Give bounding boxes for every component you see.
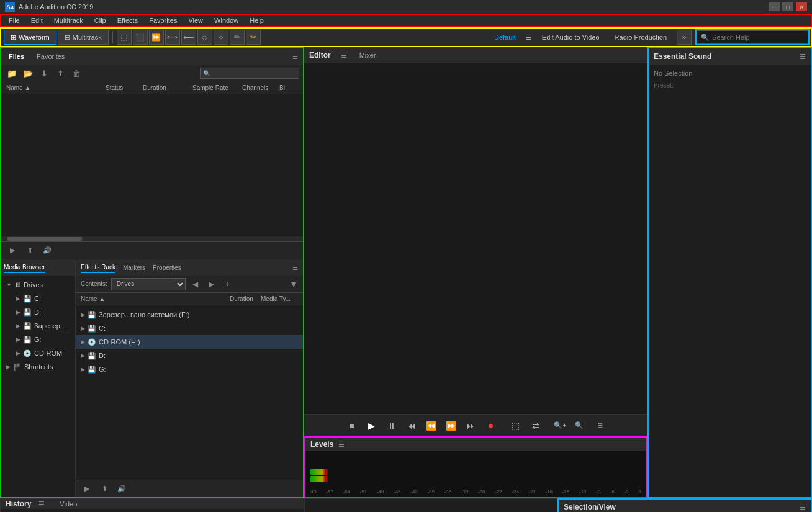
- toolbar-btn-2[interactable]: ⬛: [133, 30, 148, 45]
- transport-loop-button[interactable]: ⬚: [508, 418, 523, 433]
- toolbar-btn-4[interactable]: ⟺: [165, 30, 180, 45]
- properties-tab[interactable]: Properties: [153, 263, 181, 272]
- media-browser-panel: Media Browser ▼ 🖥 Drives ▶ 💾 C:: [1, 259, 303, 497]
- tree-zarez[interactable]: ▶ 💾 Зарезер...: [1, 319, 75, 333]
- files-play-button[interactable]: ▶: [6, 245, 19, 257]
- waveform-button[interactable]: ⊞ Waveform: [4, 30, 56, 45]
- mixer-tab[interactable]: Mixer: [357, 50, 379, 60]
- transport-zoom-out-button[interactable]: 🔍-: [573, 418, 588, 433]
- menu-file[interactable]: File: [4, 16, 25, 25]
- main-layout: Files Favorites ☰ 📁 📂 ⬇ ⬆ 🗑 Name ▲ Statu…: [0, 47, 812, 498]
- no-selection-text: No Selection: [654, 70, 806, 77]
- media-play-button[interactable]: ▶: [81, 483, 93, 495]
- toolbar-btn-1[interactable]: ⬚: [117, 30, 132, 45]
- files-speaker-button[interactable]: 🔊: [41, 245, 53, 257]
- minimize-button[interactable]: ─: [769, 2, 780, 11]
- drive-item-4[interactable]: ▶ 💾 G:: [76, 362, 303, 376]
- toolbar-btn-9[interactable]: ✂: [246, 30, 261, 45]
- toolbar-btn-3[interactable]: ⏩: [149, 30, 164, 45]
- video-tab[interactable]: Video: [57, 499, 79, 509]
- new-folder-button[interactable]: 📁: [5, 67, 19, 79]
- menu-help[interactable]: Help: [245, 16, 269, 25]
- transport-play-button[interactable]: ▶: [364, 418, 379, 433]
- media-export-button[interactable]: ⬆: [98, 483, 111, 495]
- files-tab[interactable]: Files: [6, 52, 27, 61]
- transport-input-monitor-button[interactable]: ⇄: [528, 418, 543, 433]
- transport-zoom-reset-button[interactable]: ⊞: [593, 418, 608, 433]
- contents-dropdown[interactable]: Drives: [111, 278, 186, 290]
- nav-forward-button[interactable]: ▶: [205, 278, 218, 290]
- files-panel-menu-icon[interactable]: ☰: [292, 53, 298, 60]
- toolbar-btn-7[interactable]: ○: [214, 30, 228, 45]
- menu-edit[interactable]: Edit: [26, 16, 48, 25]
- scale-15: -15: [562, 489, 570, 495]
- close-button[interactable]: ⬇: [37, 67, 51, 79]
- workspace-settings-icon[interactable]: ☰: [526, 34, 532, 42]
- nav-add-button[interactable]: +: [222, 278, 234, 290]
- files-scrollbar-thumb[interactable]: [7, 237, 82, 241]
- menu-multitrack[interactable]: Multitrack: [49, 16, 88, 25]
- toolbar-btn-6[interactable]: ◇: [197, 30, 212, 45]
- favorites-tab[interactable]: Favorites: [34, 52, 67, 61]
- tree-drives[interactable]: ▼ 🖥 Drives: [1, 278, 75, 292]
- essential-sound-menu-icon[interactable]: ☰: [800, 53, 806, 61]
- workspace-more-button[interactable]: »: [677, 30, 692, 45]
- maximize-button[interactable]: □: [782, 2, 793, 11]
- tree-shortcuts[interactable]: ▶ 🏴 Shortcuts: [1, 360, 75, 374]
- scale-6: -6: [610, 489, 615, 495]
- open-file-button[interactable]: 📂: [21, 67, 35, 79]
- tree-g[interactable]: ▶ 💾 G:: [1, 333, 75, 346]
- drive-item-0[interactable]: ▶ 💾 Зарезер...вано системой (F:): [76, 308, 303, 321]
- transport-rewind-button[interactable]: ⏪: [424, 418, 439, 433]
- transport-go-start-button[interactable]: ⏮: [404, 418, 419, 433]
- left-panel: Files Favorites ☰ 📁 📂 ⬇ ⬆ 🗑 Name ▲ Statu…: [0, 47, 304, 498]
- transport-record-button[interactable]: ●: [484, 418, 498, 433]
- bottom-panels-row: History ☰ Video 0 Undo Launched in 2,85 …: [0, 498, 812, 512]
- toolbar-btn-5[interactable]: ⟵: [181, 30, 196, 45]
- close-button[interactable]: ✕: [796, 2, 807, 11]
- nav-back-button[interactable]: ◀: [189, 278, 202, 290]
- transport-pause-button[interactable]: ⏸: [384, 418, 399, 433]
- toolbar-btn-8[interactable]: ✏: [230, 30, 245, 45]
- markers-tab[interactable]: Markers: [123, 263, 145, 272]
- right-panel-menu-icon[interactable]: ☰: [292, 264, 298, 271]
- delete-file-button[interactable]: 🗑: [70, 67, 83, 79]
- menu-view[interactable]: View: [183, 16, 208, 25]
- tree-cdrom[interactable]: ▶ 💿 CD-ROM: [1, 346, 75, 360]
- tree-d[interactable]: ▶ 💾 D:: [1, 305, 75, 319]
- editor-menu-icon[interactable]: ☰: [341, 52, 347, 60]
- transport-go-end-button[interactable]: ⏭: [464, 418, 479, 433]
- essential-sound-title: Essential Sound: [654, 52, 711, 61]
- workspace-edit-button[interactable]: Edit Audio to Video: [537, 32, 605, 42]
- menu-clip[interactable]: Clip: [89, 16, 111, 25]
- files-scrollbar[interactable]: [1, 236, 303, 241]
- media-speaker-button[interactable]: 🔊: [115, 483, 128, 495]
- app-logo: Aa: [5, 2, 15, 12]
- selection-view-menu-icon[interactable]: ☰: [800, 503, 806, 511]
- import-button[interactable]: ⬆: [53, 67, 67, 79]
- transport-ff-button[interactable]: ⏩: [444, 418, 459, 433]
- menu-window[interactable]: Window: [209, 16, 243, 25]
- files-search-input[interactable]: [200, 68, 299, 79]
- transport-stop-button[interactable]: ■: [345, 418, 359, 433]
- levels-title: Levels: [310, 440, 333, 449]
- menu-favorites[interactable]: Favorites: [144, 16, 182, 25]
- drive-item-3[interactable]: ▶ 💾 D:: [76, 349, 303, 362]
- drive-item-1[interactable]: ▶ 💾 C:: [76, 321, 303, 335]
- transport-zoom-in-button[interactable]: 🔍+: [553, 418, 568, 433]
- media-col-duration-header: Duration: [230, 295, 261, 302]
- filter-icon[interactable]: ▼: [289, 279, 298, 289]
- effects-rack-tab[interactable]: Effects Rack: [81, 263, 115, 273]
- multitrack-button[interactable]: ⊟ Multitrack: [58, 30, 109, 45]
- drive-item-2[interactable]: ▶ 💿 CD-ROM (H:): [76, 335, 303, 349]
- media-browser-tab[interactable]: Media Browser: [4, 263, 45, 273]
- tree-c[interactable]: ▶ 💾 C:: [1, 292, 75, 305]
- workspace-radio-button[interactable]: Radio Production: [610, 32, 672, 42]
- files-export-button[interactable]: ⬆: [24, 245, 36, 257]
- search-input[interactable]: [712, 34, 799, 41]
- levels-menu-icon[interactable]: ☰: [338, 441, 345, 449]
- menu-effects[interactable]: Effects: [112, 16, 143, 25]
- workspace-default-button[interactable]: Default: [489, 32, 521, 42]
- media-tabs-row: Media Browser: [1, 259, 75, 276]
- history-menu-icon[interactable]: ☰: [38, 500, 45, 508]
